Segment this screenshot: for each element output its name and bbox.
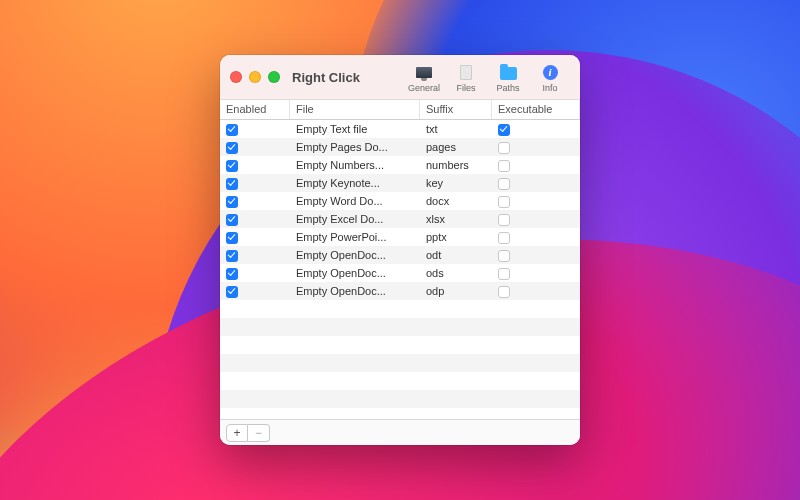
close-icon[interactable] xyxy=(230,71,242,83)
suffix-cell: pages xyxy=(420,141,492,153)
suffix-cell: docx xyxy=(420,195,492,207)
executable-checkbox[interactable] xyxy=(498,142,510,154)
laptop-icon xyxy=(416,67,432,78)
table-row-empty xyxy=(220,408,580,419)
table-footer: + − xyxy=(220,419,580,445)
table-row-empty xyxy=(220,318,580,336)
column-header-enabled[interactable]: Enabled xyxy=(220,100,290,119)
remove-button[interactable]: − xyxy=(248,424,270,442)
enabled-checkbox[interactable] xyxy=(226,160,238,172)
executable-checkbox[interactable] xyxy=(498,232,510,244)
column-header-file[interactable]: File xyxy=(290,100,420,119)
table-body: Empty Text filetxtEmpty Pages Do...pages… xyxy=(220,120,580,419)
enabled-checkbox[interactable] xyxy=(226,232,238,244)
table-header: Enabled File Suffix Executable xyxy=(220,100,580,120)
file-cell: Empty OpenDoc... xyxy=(290,285,420,297)
executable-checkbox[interactable] xyxy=(498,268,510,280)
executable-checkbox[interactable] xyxy=(498,124,510,136)
file-cell: Empty Keynote... xyxy=(290,177,420,189)
toolbar-general[interactable]: General xyxy=(404,62,444,93)
table-row[interactable]: Empty Numbers...numbers xyxy=(220,156,580,174)
executable-checkbox[interactable] xyxy=(498,250,510,262)
file-cell: Empty Pages Do... xyxy=(290,141,420,153)
suffix-cell: pptx xyxy=(420,231,492,243)
suffix-cell: odt xyxy=(420,249,492,261)
file-cell: Empty PowerPoi... xyxy=(290,231,420,243)
enabled-checkbox[interactable] xyxy=(226,214,238,226)
table-row[interactable]: Empty Word Do...docx xyxy=(220,192,580,210)
table-row[interactable]: Empty Text filetxt xyxy=(220,120,580,138)
preferences-window: Right Click General Files Paths i Info E… xyxy=(220,55,580,445)
table-row-empty xyxy=(220,390,580,408)
suffix-cell: ods xyxy=(420,267,492,279)
table-row-empty xyxy=(220,354,580,372)
executable-checkbox[interactable] xyxy=(498,178,510,190)
table-row[interactable]: Empty OpenDoc...odt xyxy=(220,246,580,264)
add-button[interactable]: + xyxy=(226,424,248,442)
file-cell: Empty Excel Do... xyxy=(290,213,420,225)
titlebar[interactable]: Right Click General Files Paths i Info xyxy=(220,55,580,100)
enabled-checkbox[interactable] xyxy=(226,268,238,280)
table-row[interactable]: Empty OpenDoc...ods xyxy=(220,264,580,282)
window-title: Right Click xyxy=(292,70,360,85)
table-row[interactable]: Empty Keynote...key xyxy=(220,174,580,192)
table-row[interactable]: Empty Excel Do...xlsx xyxy=(220,210,580,228)
enabled-checkbox[interactable] xyxy=(226,286,238,298)
table-row-empty xyxy=(220,336,580,354)
executable-checkbox[interactable] xyxy=(498,196,510,208)
enabled-checkbox[interactable] xyxy=(226,196,238,208)
suffix-cell: xlsx xyxy=(420,213,492,225)
enabled-checkbox[interactable] xyxy=(226,124,238,136)
table-row[interactable]: Empty OpenDoc...odp xyxy=(220,282,580,300)
toolbar: General Files Paths i Info xyxy=(404,62,570,93)
file-cell: Empty Word Do... xyxy=(290,195,420,207)
minimize-icon[interactable] xyxy=(249,71,261,83)
toolbar-paths[interactable]: Paths xyxy=(488,62,528,93)
table-row-empty xyxy=(220,372,580,390)
enabled-checkbox[interactable] xyxy=(226,178,238,190)
suffix-cell: odp xyxy=(420,285,492,297)
table-row[interactable]: Empty Pages Do...pages xyxy=(220,138,580,156)
info-icon: i xyxy=(543,65,558,80)
enabled-checkbox[interactable] xyxy=(226,142,238,154)
enabled-checkbox[interactable] xyxy=(226,250,238,262)
file-cell: Empty Numbers... xyxy=(290,159,420,171)
file-icon xyxy=(460,65,472,80)
column-header-suffix[interactable]: Suffix xyxy=(420,100,492,119)
file-cell: Empty Text file xyxy=(290,123,420,135)
table-row-empty xyxy=(220,300,580,318)
executable-checkbox[interactable] xyxy=(498,286,510,298)
column-header-executable[interactable]: Executable xyxy=(492,100,580,119)
toolbar-info[interactable]: i Info xyxy=(530,62,570,93)
file-cell: Empty OpenDoc... xyxy=(290,267,420,279)
executable-checkbox[interactable] xyxy=(498,160,510,172)
suffix-cell: key xyxy=(420,177,492,189)
folder-icon xyxy=(500,67,517,80)
traffic-lights xyxy=(230,71,280,83)
zoom-icon[interactable] xyxy=(268,71,280,83)
executable-checkbox[interactable] xyxy=(498,214,510,226)
table-row[interactable]: Empty PowerPoi...pptx xyxy=(220,228,580,246)
toolbar-files[interactable]: Files xyxy=(446,62,486,93)
suffix-cell: numbers xyxy=(420,159,492,171)
file-cell: Empty OpenDoc... xyxy=(290,249,420,261)
suffix-cell: txt xyxy=(420,123,492,135)
